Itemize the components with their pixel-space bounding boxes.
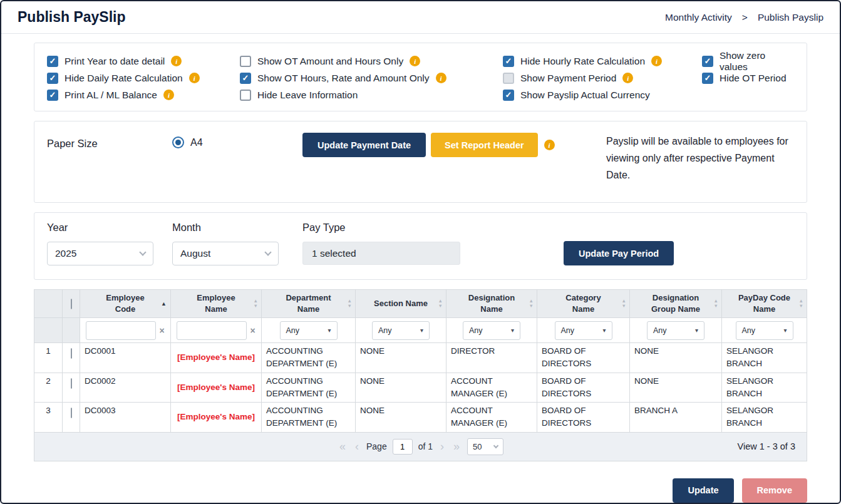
row-checkbox[interactable] bbox=[71, 378, 72, 389]
breadcrumb-monthly-activity[interactable]: Monthly Activity bbox=[665, 12, 732, 23]
info-icon[interactable]: i bbox=[171, 56, 182, 66]
row-checkbox[interactable] bbox=[71, 348, 72, 359]
clear-filter-icon[interactable]: × bbox=[250, 326, 255, 336]
section-name-filter-select[interactable]: Any▾ bbox=[372, 321, 430, 340]
employee-name-filter-input[interactable] bbox=[177, 321, 247, 340]
employee-code-cell: DC0001 bbox=[80, 343, 171, 373]
column-header-department-name[interactable]: Department Name ▲▼ bbox=[262, 290, 356, 318]
option-label: Hide OT Period bbox=[720, 73, 787, 84]
payday-code-name-cell: SELANGOR BRANCH bbox=[722, 373, 807, 403]
designation-name-filter-select[interactable]: Any▾ bbox=[463, 321, 520, 340]
employee-table: Employee Code ▲ Employee Name ▲▼ Departm… bbox=[34, 289, 807, 433]
row-checkbox[interactable] bbox=[71, 408, 72, 418]
year-select[interactable]: 2025 bbox=[47, 242, 153, 265]
previous-page-button[interactable]: ‹ bbox=[353, 440, 361, 453]
filter-spacer bbox=[63, 318, 80, 343]
designation-group-name-cell: NONE bbox=[630, 343, 722, 373]
print-al-ml-balance-checkbox[interactable] bbox=[47, 90, 58, 101]
page-size-select[interactable]: 50 bbox=[467, 438, 503, 455]
info-icon[interactable]: i bbox=[410, 56, 420, 66]
info-icon[interactable]: i bbox=[436, 73, 446, 83]
caret-down-icon: ▾ bbox=[511, 327, 514, 334]
show-payslip-actual-currency-checkbox[interactable] bbox=[503, 90, 514, 101]
print-year-to-date-detail-checkbox[interactable] bbox=[47, 56, 58, 67]
column-header-designation-group-name[interactable]: Designation Group Name ▲▼ bbox=[630, 290, 722, 318]
column-header-employee-name[interactable]: Employee Name ▲▼ bbox=[171, 290, 262, 318]
option-print-al-ml-balance: Print AL / ML Balance i bbox=[47, 86, 240, 103]
last-page-button[interactable]: » bbox=[451, 440, 462, 453]
page-number-input[interactable] bbox=[393, 439, 413, 455]
clear-filter-icon[interactable]: × bbox=[159, 326, 164, 336]
designation-name-cell: ACCOUNT MANAGER (E) bbox=[446, 403, 537, 433]
show-ot-hours-rate-and-amount-only-checkbox[interactable] bbox=[240, 73, 251, 84]
option-label: Show Payment Period bbox=[520, 73, 616, 84]
a4-radio[interactable] bbox=[172, 136, 184, 148]
payslip-options-panel: Print Year to date detail i Hide Daily R… bbox=[34, 43, 807, 111]
sort-icon: ▲▼ bbox=[529, 299, 534, 309]
hide-hourly-rate-calculation-checkbox[interactable] bbox=[503, 56, 514, 67]
filter-row: × × Any▾ Any▾ bbox=[34, 318, 807, 343]
designation-name-filter-cell: Any▾ bbox=[446, 318, 537, 343]
column-header-category-name[interactable]: Category Name ▲▼ bbox=[537, 290, 630, 318]
selected-value: Any bbox=[653, 326, 667, 335]
show-payment-period-checkbox[interactable] bbox=[503, 73, 514, 84]
top-bar: Publish PaySlip Monthly Activity > Publi… bbox=[1, 1, 840, 34]
caret-down-icon: ▾ bbox=[420, 327, 423, 334]
info-icon[interactable]: i bbox=[189, 73, 200, 83]
payday-code-name-filter-select[interactable]: Any▾ bbox=[736, 321, 793, 340]
show-ot-amount-and-hours-only-checkbox[interactable] bbox=[240, 56, 251, 67]
option-show-payslip-actual-currency: Show Payslip Actual Currency bbox=[503, 86, 702, 103]
option-label: Print AL / ML Balance bbox=[64, 90, 157, 101]
column-label: Category Name bbox=[557, 292, 610, 314]
option-hide-leave-information: Hide Leave Information bbox=[240, 86, 503, 103]
column-header-employee-code[interactable]: Employee Code ▲ bbox=[80, 290, 171, 318]
sort-icon: ▲▼ bbox=[438, 299, 443, 309]
option-print-year-to-date-detail: Print Year to date detail i bbox=[47, 53, 240, 69]
paper-size-a4-option[interactable]: A4 bbox=[172, 133, 302, 148]
hide-leave-information-checkbox[interactable] bbox=[240, 90, 251, 101]
info-icon[interactable]: i bbox=[651, 56, 662, 66]
pay-type-label: Pay Type bbox=[302, 222, 460, 234]
row-number: 3 bbox=[34, 403, 63, 433]
department-name-filter-select[interactable]: Any▾ bbox=[280, 321, 338, 340]
show-zero-values-checkbox[interactable] bbox=[702, 56, 713, 67]
section-name-cell: NONE bbox=[356, 403, 446, 433]
set-report-header-button[interactable]: Set Report Header bbox=[431, 133, 538, 157]
info-icon[interactable]: i bbox=[622, 73, 633, 83]
first-page-button[interactable]: « bbox=[338, 440, 348, 453]
page-size-value: 50 bbox=[473, 442, 482, 451]
paper-size-label: Paper Size bbox=[47, 133, 172, 150]
selected-value: Any bbox=[561, 326, 575, 335]
month-select[interactable]: August bbox=[172, 242, 279, 265]
breadcrumb-publish-payslip: Publish Payslip bbox=[758, 12, 823, 23]
chevron-down-icon bbox=[264, 249, 271, 255]
pagination-bar: « ‹ Page of 1 › » 50 View 1 - 3 of 3 bbox=[34, 433, 807, 461]
remove-button[interactable]: Remove bbox=[742, 478, 807, 503]
column-header-designation-name[interactable]: Designation Name ▲▼ bbox=[446, 290, 537, 318]
designation-group-name-filter-select[interactable]: Any▾ bbox=[647, 321, 704, 340]
option-label: Show Payslip Actual Currency bbox=[520, 90, 650, 101]
category-name-filter-select[interactable]: Any▾ bbox=[555, 321, 612, 340]
update-payment-date-button[interactable]: Update Payment Date bbox=[302, 133, 426, 157]
update-button[interactable]: Update bbox=[673, 478, 733, 503]
info-icon[interactable]: i bbox=[163, 90, 174, 100]
hide-ot-period-checkbox[interactable] bbox=[702, 73, 713, 84]
update-pay-period-button[interactable]: Update Pay Period bbox=[564, 241, 674, 265]
selected-value: Any bbox=[378, 326, 392, 335]
option-label: Hide Daily Rate Calculation bbox=[64, 73, 183, 84]
selected-value: Any bbox=[742, 326, 756, 335]
info-icon[interactable]: i bbox=[544, 140, 555, 150]
sort-icon: ▲▼ bbox=[348, 299, 352, 309]
hide-daily-rate-calculation-checkbox[interactable] bbox=[47, 73, 58, 84]
column-header-payday-code-name[interactable]: PayDay Code Name ▲▼ bbox=[722, 290, 807, 318]
option-show-ot-amount-and-hours-only: Show OT Amount and Hours Only i bbox=[240, 53, 503, 69]
table-row: 2 DC0002 [Employee's Name] ACCOUNTING DE… bbox=[34, 373, 807, 403]
employee-code-filter-input[interactable] bbox=[86, 321, 156, 340]
row-number: 1 bbox=[34, 343, 63, 373]
pay-type-value[interactable]: 1 selected bbox=[302, 242, 460, 265]
option-hide-ot-period: Hide OT Period bbox=[702, 69, 794, 86]
payday-code-name-filter-cell: Any▾ bbox=[722, 318, 807, 343]
select-all-checkbox[interactable] bbox=[71, 299, 72, 309]
column-header-section-name[interactable]: Section Name ▲▼ bbox=[356, 290, 446, 318]
next-page-button[interactable]: › bbox=[438, 440, 446, 453]
